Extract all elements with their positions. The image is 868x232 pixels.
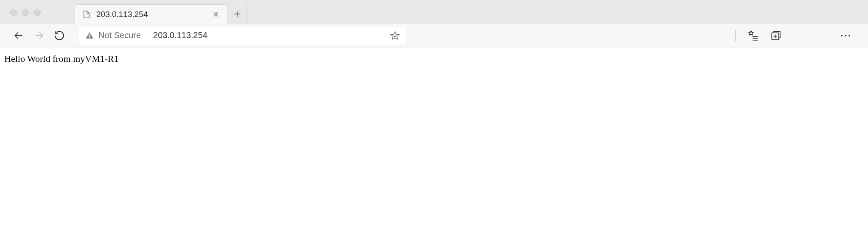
svg-point-18 bbox=[841, 35, 843, 36]
forward-button[interactable] bbox=[31, 27, 48, 44]
tab-bar: 203.0.113.254 bbox=[75, 0, 247, 24]
tab-strip: 203.0.113.254 bbox=[0, 0, 868, 24]
window-close-button[interactable] bbox=[10, 9, 17, 16]
new-tab-button[interactable] bbox=[227, 4, 247, 24]
favorites-list-button[interactable] bbox=[748, 30, 759, 41]
window-controls bbox=[10, 9, 41, 16]
reload-button[interactable] bbox=[51, 27, 68, 44]
page-icon bbox=[82, 10, 91, 19]
toolbar-right-group bbox=[735, 30, 858, 41]
warning-icon bbox=[85, 31, 94, 40]
svg-rect-6 bbox=[89, 34, 90, 36]
security-label: Not Secure bbox=[98, 30, 141, 40]
svg-rect-7 bbox=[89, 37, 90, 38]
page-body-text: Hello World from myVM1-R1 bbox=[4, 53, 864, 64]
favorite-button[interactable] bbox=[390, 30, 400, 41]
url-text[interactable]: 203.0.113.254 bbox=[153, 30, 389, 40]
svg-marker-11 bbox=[749, 30, 753, 35]
page-viewport: Hello World from myVM1-R1 bbox=[0, 47, 868, 70]
svg-point-20 bbox=[848, 35, 850, 36]
settings-menu-button[interactable] bbox=[840, 34, 851, 37]
toolbar-divider bbox=[735, 30, 736, 41]
security-indicator[interactable]: Not Secure bbox=[85, 30, 141, 40]
window-maximize-button[interactable] bbox=[34, 9, 41, 16]
back-button[interactable] bbox=[10, 27, 27, 44]
window-minimize-button[interactable] bbox=[22, 9, 29, 16]
address-bar[interactable]: Not Secure 203.0.113.254 bbox=[79, 27, 406, 44]
svg-point-19 bbox=[845, 35, 846, 36]
tab-title: 203.0.113.254 bbox=[96, 10, 207, 19]
tab-close-button[interactable] bbox=[212, 10, 220, 19]
toolbar: Not Secure 203.0.113.254 bbox=[0, 24, 868, 47]
collections-button[interactable] bbox=[770, 30, 781, 41]
browser-tab[interactable]: 203.0.113.254 bbox=[75, 4, 227, 24]
address-divider bbox=[147, 30, 147, 41]
